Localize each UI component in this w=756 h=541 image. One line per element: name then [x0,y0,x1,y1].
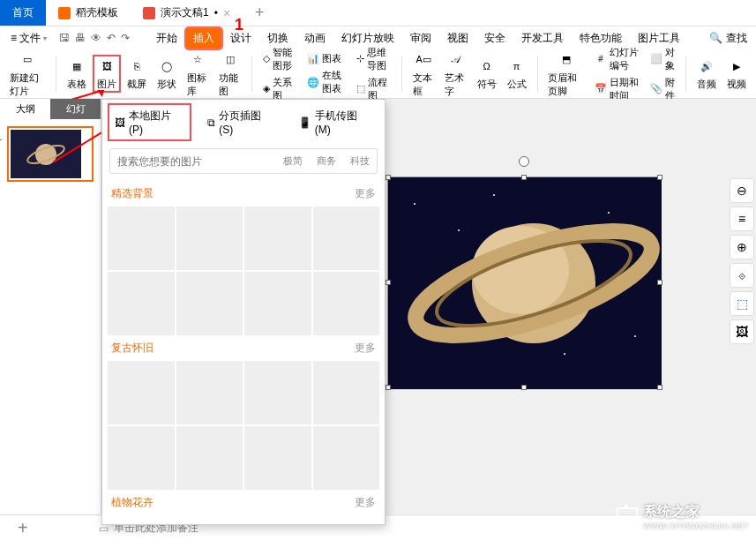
zoom-in-icon[interactable]: ⊕ [730,235,754,259]
tab-devtools[interactable]: 开发工具 [514,28,571,49]
smartart-button[interactable]: ◇ 智能图形 [260,45,300,73]
search-input[interactable] [110,149,276,173]
onlinechart-button[interactable]: 🌐 在线图表 [304,68,348,96]
bg-thumb[interactable] [176,207,243,270]
tab-insert[interactable]: 插入 [186,28,221,49]
funcchart-button[interactable]: ◫功能图 [216,50,243,98]
mobile-upload-option[interactable]: 📱 手机传图(M) [293,105,378,139]
table-button[interactable]: ▦表格 [64,56,89,91]
resize-handle-ne[interactable] [657,175,662,180]
bg-thumb[interactable] [108,361,175,425]
more-featured[interactable]: 更多 [355,186,376,201]
audio-button[interactable]: 🔊音频 [694,56,719,91]
screenshot-icon: ⎘ [127,56,146,76]
tab-design[interactable]: 设计 [223,28,258,49]
bg-thumb[interactable] [313,361,380,425]
zoom-out-icon[interactable]: ⊖ [730,178,754,203]
slides-tab[interactable]: 幻灯 [50,99,101,119]
bg-thumb[interactable] [244,515,311,524]
print-icon[interactable]: 🖶 [75,32,86,44]
headerfooter-button[interactable]: ⬒页眉和页脚 [545,50,586,98]
crop-icon[interactable]: ⟐ [730,263,754,288]
tab-bar: 首页 稻壳模板 演示文稿1•× + [0,0,756,26]
slide-panel: 大纲 幻灯 1 [0,99,101,514]
new-slide-button[interactable]: ▭新建幻灯片 [7,50,48,98]
tab-home[interactable]: 首页 [0,0,46,26]
tag-tech[interactable]: 科技 [343,149,377,173]
charts-section-3: ⊹ 思维导图 ⬚ 流程图 [354,45,394,103]
shape-button[interactable]: ◯形状 [154,56,179,91]
resize-handle-s[interactable] [521,385,527,390]
bg-thumb[interactable] [313,272,380,335]
video-button[interactable]: ▶视频 [724,56,749,91]
bg-thumb[interactable] [108,515,175,524]
tab-review[interactable]: 审阅 [403,28,438,49]
adjust-icon[interactable]: ⬚ [730,291,754,316]
search-menu[interactable]: 🔍查找 [709,31,756,46]
new-tab-button[interactable]: + [243,0,277,26]
close-tab-icon[interactable]: × [223,6,230,20]
preview-icon[interactable]: 👁 [91,32,101,44]
resize-handle-w[interactable] [385,280,391,285]
dropdown-icon: ▾ [43,34,47,42]
file-menu[interactable]: ≡ 文件 ▾ [7,31,50,46]
local-picture-option[interactable]: 🖼 本地图片(P) [109,105,190,139]
bg-thumb[interactable] [108,207,175,270]
resize-handle-e[interactable] [657,280,662,285]
bg-thumb[interactable] [176,426,243,490]
bg-thumb[interactable] [108,426,175,490]
tab-animation[interactable]: 动画 [297,28,333,49]
tab-security[interactable]: 安全 [477,28,513,49]
chart-button[interactable]: 📊 图表 [304,51,348,66]
resize-handle-n[interactable] [521,175,527,180]
selected-image[interactable] [387,177,661,388]
add-slide-button[interactable]: + [18,518,28,538]
tab-document[interactable]: 演示文稿1•× [131,0,243,26]
bg-thumb[interactable] [244,426,311,490]
wordart-button[interactable]: 𝒜艺术字 [442,50,468,98]
paged-insert-option[interactable]: ⧉ 分页插图(S) [202,105,280,139]
replace-icon[interactable]: 🖼 [730,319,754,344]
resize-handle-sw[interactable] [385,385,391,390]
svg-point-13 [493,194,495,196]
bg-thumb[interactable] [176,515,243,524]
resize-handle-se[interactable] [657,385,662,390]
formula-label: 公式 [507,78,527,91]
save-icon[interactable]: 🖫 [59,32,70,44]
bg-thumb[interactable] [244,272,311,335]
tag-business[interactable]: 商务 [310,149,343,173]
symbol-button[interactable]: Ω符号 [475,56,499,91]
screenshot-button[interactable]: ⎘截屏 [124,56,149,91]
slidenum-button[interactable]: #️ 幻灯片编号 [592,45,642,73]
picture-button[interactable]: 🖼图片 [94,56,119,91]
tab-template[interactable]: 稻壳模板 [46,0,131,26]
tab-view[interactable]: 视图 [440,28,475,49]
bg-thumb[interactable] [244,207,311,270]
tab-home-label: 首页 [12,5,34,20]
featured-grid [102,207,385,335]
object-button[interactable]: ⬜ 对象 [647,45,677,73]
bg-thumb[interactable] [313,207,380,270]
layers-icon[interactable]: ≡ [730,207,754,231]
textbox-button[interactable]: A▭文本框 [410,50,437,98]
formula-button[interactable]: π公式 [505,56,529,91]
more-vintage[interactable]: 更多 [355,341,376,356]
slide-thumbnail-1[interactable]: 1 [7,126,94,182]
textbox-label: 文本框 [413,71,434,98]
more-plant[interactable]: 更多 [355,495,376,510]
outline-tab[interactable]: 大纲 [0,99,50,119]
undo-icon[interactable]: ↶ [107,32,116,44]
bg-thumb[interactable] [313,426,380,490]
bg-thumb[interactable] [176,272,243,335]
bg-thumb[interactable] [176,361,243,425]
resize-handle-nw[interactable] [385,175,391,180]
bg-thumb[interactable] [108,272,175,335]
bg-thumb[interactable] [244,361,311,425]
tag-minimal[interactable]: 极简 [276,149,310,173]
iconlib-button[interactable]: ☆图标库 [184,50,211,98]
tab-start[interactable]: 开始 [149,28,184,49]
bg-thumb[interactable] [313,515,380,524]
rotate-handle[interactable] [519,156,529,167]
redo-icon[interactable]: ↷ [121,32,130,44]
mindmap-button[interactable]: ⊹ 思维导图 [354,45,394,73]
